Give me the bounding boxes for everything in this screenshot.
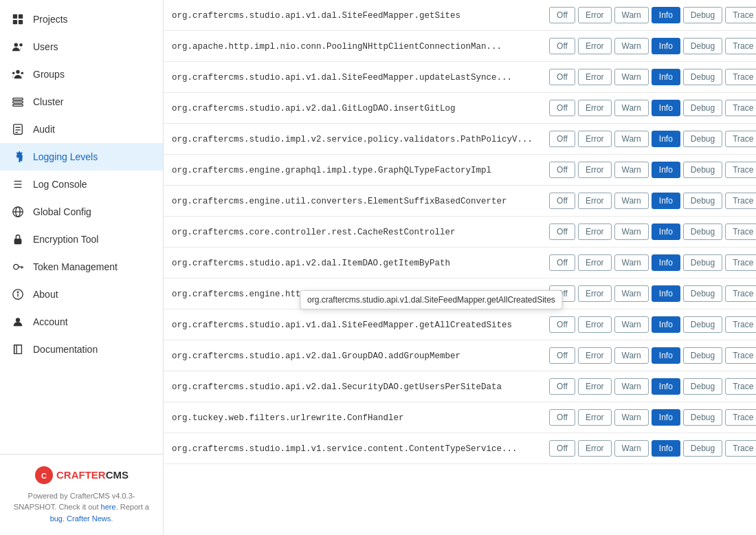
error-button[interactable]: Error (578, 254, 612, 271)
info-button[interactable]: Info (652, 69, 680, 85)
debug-button[interactable]: Debug (683, 38, 722, 54)
debug-button[interactable]: Debug (683, 131, 722, 147)
info-button[interactable]: Info (652, 254, 680, 271)
info-button[interactable]: Info (652, 38, 680, 54)
off-button[interactable]: Off (549, 193, 575, 209)
debug-button[interactable]: Debug (683, 254, 722, 271)
debug-button[interactable]: Debug (683, 409, 722, 426)
error-button[interactable]: Error (578, 316, 612, 333)
sidebar-item-encryption-tool[interactable]: Encryption Tool (0, 226, 163, 253)
info-button[interactable]: Info (652, 7, 680, 23)
trace-button[interactable]: Trace (725, 347, 756, 364)
warn-button[interactable]: Warn (614, 316, 649, 333)
trace-button[interactable]: Trace (725, 254, 756, 271)
off-button[interactable]: Off (549, 38, 575, 54)
warn-button[interactable]: Warn (614, 7, 649, 23)
off-button[interactable]: Off (549, 69, 575, 85)
debug-button[interactable]: Debug (683, 193, 722, 209)
info-button[interactable]: Info (652, 440, 680, 457)
trace-button[interactable]: Trace (725, 285, 756, 302)
sidebar-item-account[interactable]: Account (0, 308, 163, 336)
info-button[interactable]: Info (652, 409, 680, 426)
sidebar-item-log-console[interactable]: Log Console (0, 171, 163, 198)
off-button[interactable]: Off (549, 131, 575, 147)
warn-button[interactable]: Warn (614, 193, 649, 209)
trace-button[interactable]: Trace (725, 316, 756, 333)
info-button[interactable]: Info (652, 347, 680, 364)
off-button[interactable]: Off (549, 254, 575, 271)
info-button[interactable]: Info (652, 162, 680, 178)
sidebar-item-users[interactable]: Users (0, 33, 163, 61)
error-button[interactable]: Error (578, 409, 612, 426)
bug-link[interactable]: bug (50, 514, 63, 523)
trace-button[interactable]: Trace (725, 7, 756, 23)
warn-button[interactable]: Warn (614, 38, 649, 54)
warn-button[interactable]: Warn (614, 131, 649, 147)
sidebar-item-logging-levels[interactable]: Logging Levels (0, 143, 163, 171)
warn-button[interactable]: Warn (614, 69, 649, 85)
error-button[interactable]: Error (578, 347, 612, 364)
sidebar-item-audit[interactable]: Audit (0, 116, 163, 143)
debug-button[interactable]: Debug (683, 378, 722, 395)
trace-button[interactable]: Trace (725, 378, 756, 395)
crafter-news-link[interactable]: Crafter News (67, 514, 111, 523)
debug-button[interactable]: Debug (683, 223, 722, 240)
debug-button[interactable]: Debug (683, 440, 722, 457)
warn-button[interactable]: Warn (614, 409, 649, 426)
info-button[interactable]: Info (652, 378, 680, 395)
sidebar-item-about[interactable]: About (0, 281, 163, 308)
error-button[interactable]: Error (578, 69, 612, 85)
trace-button[interactable]: Trace (725, 193, 756, 209)
sidebar-item-global-config[interactable]: Global Config (0, 198, 163, 226)
warn-button[interactable]: Warn (614, 254, 649, 271)
debug-button[interactable]: Debug (683, 100, 722, 116)
info-button[interactable]: Info (652, 100, 680, 116)
debug-button[interactable]: Debug (683, 285, 722, 302)
error-button[interactable]: Error (578, 7, 612, 23)
trace-button[interactable]: Trace (725, 69, 756, 85)
warn-button[interactable]: Warn (614, 100, 649, 116)
debug-button[interactable]: Debug (683, 316, 722, 333)
error-button[interactable]: Error (578, 131, 612, 147)
off-button[interactable]: Off (549, 409, 575, 426)
trace-button[interactable]: Trace (725, 38, 756, 54)
trace-button[interactable]: Trace (725, 131, 756, 147)
debug-button[interactable]: Debug (683, 7, 722, 23)
off-button[interactable]: Off (549, 347, 575, 364)
error-button[interactable]: Error (578, 285, 612, 302)
trace-button[interactable]: Trace (725, 223, 756, 240)
warn-button[interactable]: Warn (614, 378, 649, 395)
sidebar-item-groups[interactable]: Groups (0, 61, 163, 88)
off-button[interactable]: Off (549, 316, 575, 333)
off-button[interactable]: Off (549, 223, 575, 240)
off-button[interactable]: Off (549, 7, 575, 23)
error-button[interactable]: Error (578, 38, 612, 54)
sidebar-item-documentation[interactable]: Documentation (0, 336, 163, 363)
error-button[interactable]: Error (578, 440, 612, 457)
off-button[interactable]: Off (549, 100, 575, 116)
error-button[interactable]: Error (578, 378, 612, 395)
debug-button[interactable]: Debug (683, 162, 722, 178)
error-button[interactable]: Error (578, 193, 612, 209)
warn-button[interactable]: Warn (614, 162, 649, 178)
off-button[interactable]: Off (549, 285, 575, 302)
info-button[interactable]: Info (652, 223, 680, 240)
info-button[interactable]: Info (652, 316, 680, 333)
trace-button[interactable]: Trace (725, 409, 756, 426)
trace-button[interactable]: Trace (725, 162, 756, 178)
debug-button[interactable]: Debug (683, 69, 722, 85)
info-button[interactable]: Info (652, 131, 680, 147)
sidebar-item-token-management[interactable]: Token Management (0, 253, 163, 281)
error-button[interactable]: Error (578, 100, 612, 116)
off-button[interactable]: Off (549, 378, 575, 395)
trace-button[interactable]: Trace (725, 100, 756, 116)
sidebar-item-cluster[interactable]: Cluster (0, 88, 163, 116)
info-button[interactable]: Info (652, 193, 680, 209)
warn-button[interactable]: Warn (614, 285, 649, 302)
error-button[interactable]: Error (578, 223, 612, 240)
error-button[interactable]: Error (578, 162, 612, 178)
warn-button[interactable]: Warn (614, 347, 649, 364)
off-button[interactable]: Off (549, 162, 575, 178)
trace-button[interactable]: Trace (725, 440, 756, 457)
info-button[interactable]: Info (652, 285, 680, 302)
